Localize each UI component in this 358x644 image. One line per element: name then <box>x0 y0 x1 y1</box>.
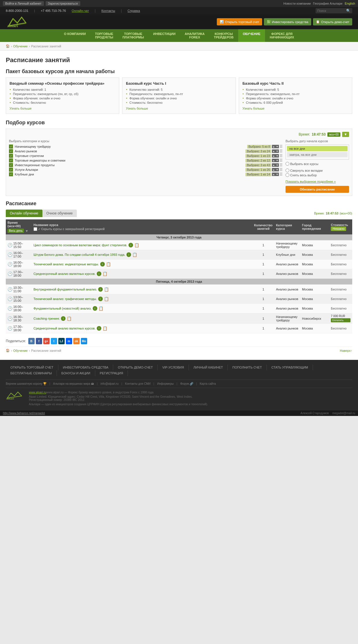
tab-offline[interactable]: Очное обучение <box>42 210 77 217</box>
share-facebook-btn[interactable]: f <box>36 338 42 344</box>
invest-btn[interactable]: 💹 Инвестировать средства <box>264 18 311 25</box>
nav-contests[interactable]: КОНКУРСЫТРЕЙДЕРОВ <box>209 29 238 42</box>
course-name-link[interactable]: Среднесрочный анализ валютных курсов. <box>33 272 96 275</box>
cat-up-btn[interactable]: ▲ <box>272 173 275 176</box>
footer-link-item[interactable]: ЛИЧНЫЙ КАБИНЕТ <box>189 364 228 370</box>
language-link[interactable]: English <box>345 2 355 5</box>
course-name-link[interactable]: Технический анализ: графические методы. <box>33 297 97 301</box>
course-name-link[interactable]: Цикл семинаров по основным валютам мира:… <box>33 243 127 247</box>
course-info-btn[interactable]: i <box>97 326 101 331</box>
date-all-days[interactable]: на все дни <box>287 146 348 151</box>
footer-link-item[interactable]: СТАТЬ УПРАВЛЯЮЩИМ <box>267 364 313 370</box>
share-livejournal-btn[interactable]: LJ <box>58 338 65 344</box>
contacts-link[interactable]: Контакты <box>101 9 115 12</box>
register-icon[interactable]: 📋 <box>132 252 137 257</box>
collapse-all-label[interactable]: Свернуть все вкладки <box>286 169 322 172</box>
select-all-label[interactable]: Выбрать все курсы <box>286 162 318 166</box>
register-icon[interactable]: 📋 <box>98 306 103 311</box>
demo-account-btn[interactable]: 📋 Открыть демо-счет <box>313 18 352 25</box>
login-button[interactable]: Войти в Личный кабинет <box>3 1 44 6</box>
share-odnoklassniki-btn[interactable]: ok <box>73 338 80 344</box>
date-tomorrow[interactable]: завтра, на все дни <box>287 152 348 157</box>
register-icon[interactable]: 📋 <box>102 271 107 276</box>
cat-up-btn[interactable]: ▲ <box>272 145 275 148</box>
nav-education[interactable]: ОБУЧЕНИЕ <box>238 29 265 42</box>
course-name-link[interactable]: Фундаментальный (новостной) анализ. <box>33 307 92 310</box>
select-all-radio[interactable] <box>286 162 289 166</box>
timezone-adjust-btn[interactable]: ▼ <box>342 132 349 137</box>
learn-more-2[interactable]: Узнать больше <box>126 107 232 110</box>
footer-link-item[interactable]: ОТКРЫТЬ ДЕМО-СЧЕТ <box>113 364 158 370</box>
chat-link[interactable]: Онлайн-чат <box>72 9 89 12</box>
footer-home-icon[interactable]: 🏠 <box>6 349 10 352</box>
course-info-btn[interactable]: i <box>100 262 105 267</box>
cat-expand-icon[interactable]: ☰ <box>279 158 283 162</box>
share-google-plus-btn[interactable]: g+ <box>43 338 50 344</box>
cat-expand-icon[interactable]: ☰ <box>279 145 283 149</box>
register-icon[interactable]: 📋 <box>106 262 111 267</box>
share-vkontakte-btn[interactable]: В <box>28 338 35 344</box>
learn-more-3[interactable]: Узнать больше <box>243 107 348 110</box>
nav-company[interactable]: О КОМПАНИИ <box>59 29 90 42</box>
footer-link-item[interactable]: ПОПОЛНИТЬ СЧЕТ <box>228 364 267 370</box>
footer-link-item[interactable]: БЕСПЛАТНЫЕ СЕМИНАРЫ <box>6 370 57 376</box>
cat-down-btn[interactable]: ▼ <box>275 145 279 148</box>
nav-trade-products[interactable]: ТОРГОВЫЕПРОДУКТЫ <box>90 29 118 42</box>
category-checkbox[interactable]: ✓ <box>9 154 13 158</box>
cat-expand-icon[interactable]: ☰ <box>279 172 283 176</box>
course-info-btn[interactable]: i <box>61 316 66 321</box>
nav-analytics[interactable]: АНАЛИТИКАFOREX <box>180 29 209 42</box>
course-info-btn[interactable]: i <box>97 271 101 276</box>
course-info-btn[interactable]: i <box>128 243 133 247</box>
course-info-btn[interactable]: i <box>93 306 97 311</box>
cost-filter-btn[interactable]: Неважно <box>331 227 346 231</box>
tab-online[interactable]: Онлайн обучение <box>6 210 42 217</box>
course-info-btn[interactable]: i <box>98 287 103 292</box>
register-button[interactable]: Зарегистрироваться <box>46 1 80 6</box>
help-link[interactable]: Справка <box>128 9 140 12</box>
search-icon[interactable]: 🔍 <box>346 9 350 13</box>
course-name-link[interactable]: Coaching-тренинг. <box>33 317 60 320</box>
cat-up-btn[interactable]: ▲ <box>272 163 275 167</box>
register-icon[interactable]: 📋 <box>67 316 72 321</box>
show-selected-link[interactable]: Показать выбранное подробнее » <box>286 180 336 183</box>
cat-up-btn[interactable]: ▲ <box>272 149 275 153</box>
pay-button[interactable]: Оплатить <box>331 318 350 322</box>
open-trade-account-btn[interactable]: 📊 Открыть торговый счет <box>217 18 262 25</box>
footer-education-link[interactable]: Обучение <box>13 349 28 352</box>
deselect-all-label[interactable]: Снять весь выбор <box>286 173 317 177</box>
footer-link-item[interactable]: ОТКРЫТЬ ТОРГОВЫЙ СЧЕТ <box>6 364 58 370</box>
behance-link[interactable]: http://www.behance.net/megadot <box>3 412 45 415</box>
register-icon[interactable]: 📋 <box>134 243 139 247</box>
nav-trade-platforms[interactable]: ТОРГОВЫЕПЛАТФОРМЫ <box>118 29 148 42</box>
footer-link-item[interactable]: ИНВЕСТИРОВАТЬ СРЕДСТВА <box>58 364 113 370</box>
course-name-link[interactable]: Штурм Белого дома. По следам событий 4 о… <box>33 253 125 256</box>
category-checkbox[interactable]: ✓ <box>9 172 13 176</box>
footer-link-item[interactable]: РЕГИСТРАЦИЯ <box>95 370 128 376</box>
nav-investments[interactable]: ИНВЕСТИЦИИ <box>149 29 180 42</box>
back-to-top-link[interactable]: Наверх↑ <box>340 349 352 352</box>
cat-up-btn[interactable]: ▲ <box>272 168 275 171</box>
cat-expand-icon[interactable]: ☰ <box>279 168 283 172</box>
category-checkbox[interactable]: ✓ <box>9 149 13 153</box>
cat-up-btn[interactable]: ▲ <box>272 159 275 162</box>
course-name-link[interactable]: Внутридневной фундаментальный анализ. <box>33 288 97 291</box>
geography-link[interactable]: География Альпари <box>313 2 342 5</box>
collapse-all-radio[interactable] <box>286 169 289 172</box>
course-name-link[interactable]: Технический анализ: индикаторные методы. <box>33 262 99 266</box>
category-checkbox[interactable]: ✓ <box>9 145 13 149</box>
register-icon[interactable]: 📋 <box>104 287 109 292</box>
share-mail-ru-btn[interactable]: m <box>66 338 72 344</box>
course-name-link[interactable]: Среднесрочный анализ валютных курсов. <box>33 327 96 330</box>
all-day-btn[interactable]: Весь день <box>8 229 24 233</box>
category-checkbox[interactable]: ✓ <box>9 158 13 162</box>
course-info-btn[interactable]: i <box>98 297 103 301</box>
hide-closed-checkbox[interactable] <box>33 227 37 231</box>
share-twitter-btn[interactable]: t <box>51 338 57 344</box>
share-moimir-btn[interactable]: Мо <box>81 338 87 344</box>
deselect-all-radio[interactable] <box>286 173 289 177</box>
category-checkbox[interactable]: ✓ <box>9 168 13 172</box>
cat-down-btn[interactable]: ▼ <box>275 159 279 162</box>
search-input[interactable] <box>317 9 346 12</box>
footer-link-item[interactable]: БОНУСЫ И АКЦИИ <box>57 370 95 376</box>
